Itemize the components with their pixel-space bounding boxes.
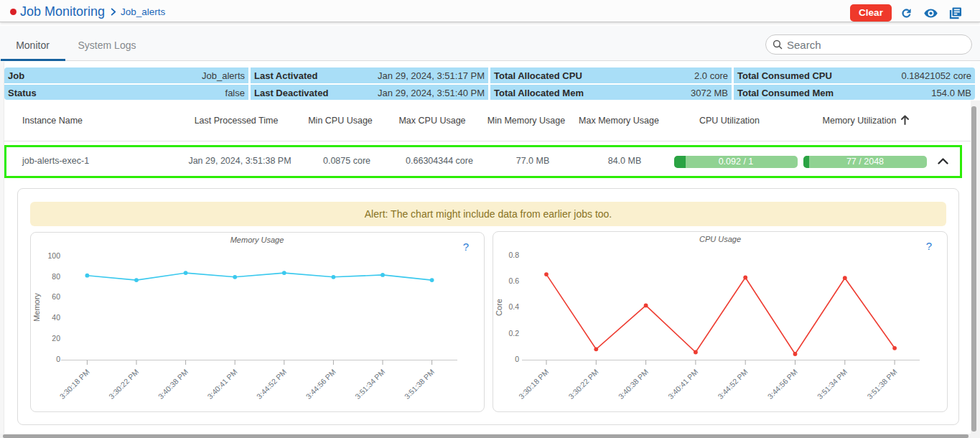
svg-text:3:44:52 PM: 3:44:52 PM xyxy=(716,367,749,400)
svg-text:60: 60 xyxy=(52,292,60,301)
svg-text:20: 20 xyxy=(52,334,60,343)
svg-text:3:40:41 PM: 3:40:41 PM xyxy=(205,367,238,400)
svg-text:Memory Usage: Memory Usage xyxy=(230,236,284,244)
svg-text:0.6: 0.6 xyxy=(508,276,519,285)
svg-text:0: 0 xyxy=(515,355,519,363)
svg-text:0.8: 0.8 xyxy=(508,251,519,259)
svg-text:3:40:41 PM: 3:40:41 PM xyxy=(666,367,699,400)
svg-text:3:51:38 PM: 3:51:38 PM xyxy=(865,367,898,400)
svg-text:?: ? xyxy=(926,240,932,252)
svg-text:3:40:38 PM: 3:40:38 PM xyxy=(157,367,190,400)
svg-text:3:30:22 PM: 3:30:22 PM xyxy=(107,367,140,400)
svg-text:0.2: 0.2 xyxy=(508,329,519,337)
svg-text:0: 0 xyxy=(56,355,60,363)
svg-text:3:44:56 PM: 3:44:56 PM xyxy=(765,367,798,400)
svg-text:?: ? xyxy=(463,241,469,253)
svg-text:Memory: Memory xyxy=(32,293,41,322)
svg-text:3:44:52 PM: 3:44:52 PM xyxy=(255,367,288,400)
svg-text:3:44:56 PM: 3:44:56 PM xyxy=(304,367,337,400)
svg-text:3:51:34 PM: 3:51:34 PM xyxy=(353,367,386,400)
svg-text:0.4: 0.4 xyxy=(508,302,519,311)
svg-text:100: 100 xyxy=(47,251,60,260)
svg-text:3:51:38 PM: 3:51:38 PM xyxy=(403,367,436,400)
svg-text:CPU Usage: CPU Usage xyxy=(699,235,741,243)
svg-text:3:30:22 PM: 3:30:22 PM xyxy=(566,367,599,400)
svg-text:3:30:18 PM: 3:30:18 PM xyxy=(517,367,550,400)
svg-text:40: 40 xyxy=(52,313,60,322)
svg-text:Core: Core xyxy=(495,299,503,316)
svg-text:3:51:34 PM: 3:51:34 PM xyxy=(816,367,849,400)
svg-text:80: 80 xyxy=(52,272,60,281)
svg-text:3:30:18 PM: 3:30:18 PM xyxy=(57,367,90,400)
svg-text:3:40:38 PM: 3:40:38 PM xyxy=(617,367,650,400)
